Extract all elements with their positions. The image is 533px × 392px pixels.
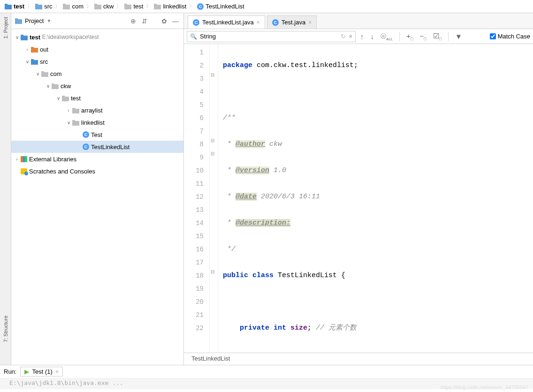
bc-linkedlist[interactable]: linkedlist	[152, 2, 188, 11]
module-icon	[21, 34, 28, 40]
project-tree[interactable]: ∨test E:\idea\workspace\test ›out ∨src ∨…	[11, 29, 183, 365]
tree-ckw[interactable]: ∨ckw	[11, 80, 183, 92]
tree-linkedlist[interactable]: ∨linkedlist	[11, 116, 183, 128]
svg-rect-5	[63, 4, 66, 6]
svg-rect-11	[154, 4, 157, 6]
add-selection-button[interactable]: +□	[404, 31, 415, 42]
project-icon	[15, 18, 22, 24]
svg-rect-9	[124, 4, 127, 6]
tree-test-pkg[interactable]: ∨test	[11, 92, 183, 104]
folder-icon	[31, 59, 38, 65]
folder-icon	[62, 95, 69, 101]
bc-class[interactable]: CTestLinkedList	[195, 2, 246, 11]
search-icon: 🔍	[190, 33, 197, 40]
find-bar: 🔍 ↻ × ↑ ↓ ⦾ALL +□ −□ ☑□ ▼ Match Case	[184, 29, 533, 44]
tool-window-strip: 1: Project 7: Structure	[0, 13, 11, 365]
bc-com[interactable]: com	[61, 2, 85, 11]
editor-tabs: CTestLinkedList.java× CTest.java×	[184, 13, 533, 29]
folder-icon	[72, 120, 79, 126]
tree-scratches[interactable]: Scratches and Consoles	[11, 165, 183, 177]
select-all-occurrences-button[interactable]: ☑□	[431, 31, 443, 42]
editor-area: CTestLinkedList.java× CTest.java× 🔍 ↻ × …	[184, 13, 533, 365]
folder-icon	[154, 3, 161, 9]
folder-icon	[35, 3, 42, 9]
svg-rect-27	[72, 108, 75, 110]
module-icon	[5, 3, 12, 9]
class-icon: C	[272, 19, 279, 26]
select-all-button[interactable]: ⦾ALL	[379, 31, 395, 42]
tree-root[interactable]: ∨test E:\idea\workspace\test	[11, 31, 183, 43]
project-tool-button[interactable]: 1: Project	[3, 13, 8, 42]
bc-test[interactable]: test	[122, 2, 145, 11]
fold-gutter: ⊟ ⊟ ⊟ ⊟	[210, 44, 218, 353]
tree-ext-libs[interactable]: ›External Libraries	[11, 153, 183, 165]
next-match-button[interactable]: ↓	[369, 31, 376, 41]
remove-selection-button[interactable]: −□	[418, 31, 428, 42]
project-view-dropdown-icon[interactable]: ▼	[46, 18, 51, 23]
tree-out[interactable]: ›out	[11, 43, 183, 55]
scratches-icon	[21, 168, 27, 174]
bc-ckw[interactable]: ckw	[92, 2, 115, 11]
tree-arraylist[interactable]: ›arraylist	[11, 104, 183, 116]
locate-icon[interactable]: ⊕	[129, 17, 137, 25]
class-icon: C	[83, 131, 89, 138]
folder-icon	[52, 83, 59, 89]
settings-icon[interactable]: ✿	[160, 17, 168, 25]
project-panel-header: Project ▼ ⊕ ⇵ ✿ —	[11, 13, 183, 29]
close-icon[interactable]: ×	[257, 19, 260, 26]
svg-rect-23	[52, 83, 54, 85]
line-gutter: 12345678910111213141516171819202122	[184, 44, 210, 353]
folder-icon	[41, 71, 48, 77]
svg-rect-1	[5, 4, 8, 6]
run-toolbar: Run: ▶Test (1)×	[0, 365, 533, 378]
project-view-title[interactable]: Project	[25, 17, 44, 24]
tree-src[interactable]: ∨src	[11, 55, 183, 68]
folder-icon	[31, 46, 38, 53]
class-icon: C	[197, 3, 204, 10]
tree-com[interactable]: ∨com	[11, 68, 183, 80]
svg-rect-13	[15, 18, 18, 20]
code-editor[interactable]: 12345678910111213141516171819202122 ⊟ ⊟ …	[184, 44, 533, 353]
folder-icon	[72, 107, 79, 113]
match-case-checkbox[interactable]: Match Case	[490, 33, 530, 40]
project-panel: Project ▼ ⊕ ⇵ ✿ — ∨test E:\idea\workspac…	[11, 13, 184, 365]
collapse-icon[interactable]: ⇵	[140, 17, 149, 25]
svg-rect-7	[94, 4, 97, 6]
tree-file-test[interactable]: CTest	[11, 128, 183, 141]
tab-testlinkedlist[interactable]: CTestLinkedList.java×	[188, 15, 265, 29]
svg-rect-17	[31, 47, 34, 49]
folder-icon	[124, 3, 131, 9]
bc-module[interactable]: test	[3, 2, 26, 11]
run-config-icon: ▶	[24, 368, 29, 375]
libraries-icon	[21, 156, 27, 162]
close-icon[interactable]: ×	[308, 19, 312, 26]
find-input-container: 🔍 ↻ ×	[187, 31, 356, 42]
editor-breadcrumb[interactable]: TestLinkedList	[184, 353, 533, 365]
folder-icon	[63, 3, 70, 9]
filter-button[interactable]: ▼	[453, 31, 464, 41]
navigation-breadcrumbs: test〉 src〉 com〉 ckw〉 test〉 linkedlist〉 C…	[0, 0, 533, 13]
structure-tool-button[interactable]: 7: Structure	[3, 312, 8, 346]
svg-rect-29	[72, 120, 75, 122]
svg-rect-21	[41, 71, 44, 73]
find-input[interactable]	[200, 33, 338, 40]
svg-rect-19	[31, 59, 34, 61]
svg-rect-25	[62, 96, 65, 98]
run-tab[interactable]: ▶Test (1)×	[20, 367, 63, 377]
prev-match-button[interactable]: ↑	[358, 31, 366, 41]
class-icon: C	[83, 143, 89, 150]
svg-rect-3	[35, 4, 38, 6]
history-icon[interactable]: ↻	[341, 33, 346, 40]
clear-icon[interactable]: ×	[349, 33, 352, 40]
close-icon[interactable]: ×	[55, 368, 59, 375]
svg-rect-15	[21, 35, 23, 37]
watermark: https://blog.csdn.net/weixin_44795847	[441, 384, 528, 390]
tree-file-tll[interactable]: CTestLinkedList	[11, 141, 183, 153]
bc-src[interactable]: src	[33, 2, 54, 11]
folder-icon	[94, 3, 101, 9]
class-icon: C	[193, 19, 199, 26]
tab-test[interactable]: CTest.java×	[267, 15, 317, 29]
run-label: Run:	[4, 368, 16, 375]
code-content[interactable]: package com.ckw.test.linkedlist; /** * @…	[218, 44, 533, 353]
hide-icon[interactable]: —	[171, 17, 180, 25]
